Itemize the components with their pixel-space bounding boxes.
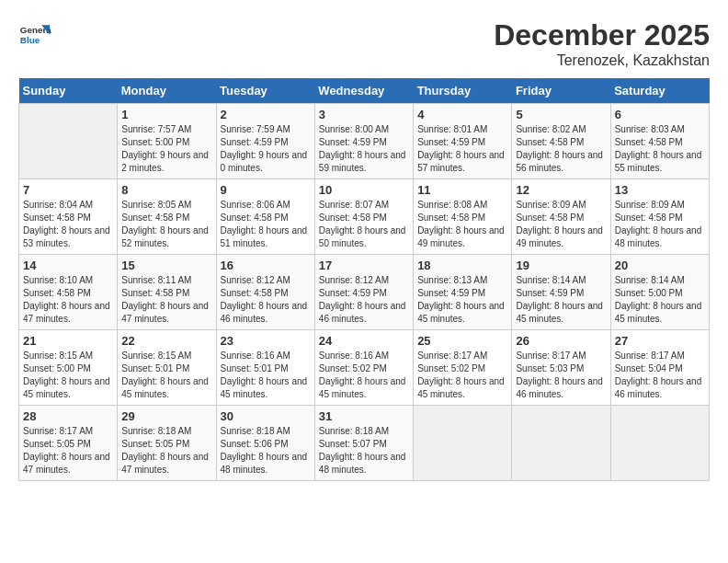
day-cell: 23Sunrise: 8:16 AMSunset: 5:01 PMDayligh… bbox=[216, 330, 314, 406]
day-cell: 15Sunrise: 8:11 AMSunset: 4:58 PMDayligh… bbox=[118, 255, 216, 330]
col-header-saturday: Saturday bbox=[610, 78, 709, 104]
day-cell: 29Sunrise: 8:18 AMSunset: 5:05 PMDayligh… bbox=[118, 406, 216, 481]
day-info: Sunrise: 8:15 AMSunset: 5:00 PMDaylight:… bbox=[23, 350, 113, 401]
day-cell: 21Sunrise: 8:15 AMSunset: 5:00 PMDayligh… bbox=[19, 330, 118, 406]
days-header-row: SundayMondayTuesdayWednesdayThursdayFrid… bbox=[19, 78, 710, 104]
day-info: Sunrise: 8:05 AMSunset: 4:58 PMDaylight:… bbox=[121, 199, 211, 250]
day-info: Sunrise: 8:17 AMSunset: 5:03 PMDaylight:… bbox=[516, 350, 606, 401]
logo: General Blue bbox=[18, 18, 55, 52]
day-cell: 1Sunrise: 7:57 AMSunset: 5:00 PMDaylight… bbox=[118, 104, 216, 179]
week-row-3: 14Sunrise: 8:10 AMSunset: 4:58 PMDayligh… bbox=[19, 255, 710, 330]
col-header-friday: Friday bbox=[512, 78, 610, 104]
day-info: Sunrise: 8:18 AMSunset: 5:05 PMDaylight:… bbox=[121, 425, 211, 477]
day-info: Sunrise: 8:09 AMSunset: 4:58 PMDaylight:… bbox=[516, 199, 606, 250]
day-cell: 14Sunrise: 8:10 AMSunset: 4:58 PMDayligh… bbox=[19, 255, 118, 330]
day-cell: 7Sunrise: 8:04 AMSunset: 4:58 PMDaylight… bbox=[19, 179, 118, 255]
day-info: Sunrise: 8:16 AMSunset: 5:01 PMDaylight:… bbox=[221, 350, 311, 401]
day-info: Sunrise: 7:59 AMSunset: 4:59 PMDaylight:… bbox=[221, 123, 311, 175]
day-cell: 12Sunrise: 8:09 AMSunset: 4:58 PMDayligh… bbox=[512, 179, 610, 255]
week-row-4: 21Sunrise: 8:15 AMSunset: 5:00 PMDayligh… bbox=[19, 330, 710, 406]
day-number: 10 bbox=[319, 183, 409, 197]
day-info: Sunrise: 8:11 AMSunset: 4:58 PMDaylight:… bbox=[121, 274, 211, 326]
day-info: Sunrise: 8:07 AMSunset: 4:58 PMDaylight:… bbox=[319, 199, 409, 250]
day-info: Sunrise: 8:04 AMSunset: 4:58 PMDaylight:… bbox=[23, 199, 113, 250]
day-number: 30 bbox=[221, 409, 311, 423]
day-number: 5 bbox=[516, 108, 606, 121]
day-number: 12 bbox=[516, 183, 606, 197]
day-number: 3 bbox=[319, 108, 409, 121]
day-number: 25 bbox=[417, 334, 507, 348]
col-header-sunday: Sunday bbox=[19, 78, 118, 104]
day-cell: 24Sunrise: 8:16 AMSunset: 5:02 PMDayligh… bbox=[314, 330, 413, 406]
day-number: 15 bbox=[121, 259, 211, 272]
day-number: 8 bbox=[121, 183, 211, 197]
day-info: Sunrise: 8:02 AMSunset: 4:58 PMDaylight:… bbox=[516, 123, 606, 175]
day-number: 19 bbox=[516, 259, 606, 272]
day-number: 6 bbox=[615, 108, 705, 121]
week-row-2: 7Sunrise: 8:04 AMSunset: 4:58 PMDaylight… bbox=[19, 179, 710, 255]
day-info: Sunrise: 8:01 AMSunset: 4:59 PMDaylight:… bbox=[417, 123, 507, 175]
day-info: Sunrise: 8:15 AMSunset: 5:01 PMDaylight:… bbox=[121, 350, 211, 401]
day-cell: 18Sunrise: 8:13 AMSunset: 4:59 PMDayligh… bbox=[414, 255, 512, 330]
day-cell: 27Sunrise: 8:17 AMSunset: 5:04 PMDayligh… bbox=[610, 330, 709, 406]
col-header-monday: Monday bbox=[118, 78, 216, 104]
day-number: 22 bbox=[121, 334, 211, 348]
day-cell: 5Sunrise: 8:02 AMSunset: 4:58 PMDaylight… bbox=[512, 104, 610, 179]
day-cell: 3Sunrise: 8:00 AMSunset: 4:59 PMDaylight… bbox=[314, 104, 413, 179]
day-number: 4 bbox=[417, 108, 507, 121]
day-info: Sunrise: 8:00 AMSunset: 4:59 PMDaylight:… bbox=[319, 123, 409, 175]
day-number: 16 bbox=[221, 259, 311, 272]
week-row-5: 28Sunrise: 8:17 AMSunset: 5:05 PMDayligh… bbox=[19, 406, 710, 481]
day-info: Sunrise: 8:16 AMSunset: 5:02 PMDaylight:… bbox=[319, 350, 409, 401]
title-block: December 2025 Terenozek, Kazakhstan bbox=[494, 18, 710, 69]
day-info: Sunrise: 8:08 AMSunset: 4:58 PMDaylight:… bbox=[417, 199, 507, 250]
day-number: 28 bbox=[23, 409, 113, 423]
day-cell: 26Sunrise: 8:17 AMSunset: 5:03 PMDayligh… bbox=[512, 330, 610, 406]
day-cell: 30Sunrise: 8:18 AMSunset: 5:06 PMDayligh… bbox=[216, 406, 314, 481]
day-cell: 4Sunrise: 8:01 AMSunset: 4:59 PMDaylight… bbox=[414, 104, 512, 179]
day-cell: 11Sunrise: 8:08 AMSunset: 4:58 PMDayligh… bbox=[414, 179, 512, 255]
col-header-thursday: Thursday bbox=[414, 78, 512, 104]
day-number: 14 bbox=[23, 259, 113, 272]
day-info: Sunrise: 8:17 AMSunset: 5:02 PMDaylight:… bbox=[417, 350, 507, 401]
day-info: Sunrise: 8:10 AMSunset: 4:58 PMDaylight:… bbox=[23, 274, 113, 326]
day-info: Sunrise: 8:12 AMSunset: 4:58 PMDaylight:… bbox=[221, 274, 311, 326]
day-info: Sunrise: 8:17 AMSunset: 5:04 PMDaylight:… bbox=[615, 350, 705, 401]
day-number: 13 bbox=[615, 183, 705, 197]
month-title: December 2025 bbox=[494, 18, 710, 52]
day-number: 26 bbox=[516, 334, 606, 348]
day-cell bbox=[19, 104, 118, 179]
day-number: 20 bbox=[615, 259, 705, 272]
location-title: Terenozek, Kazakhstan bbox=[494, 52, 710, 69]
day-number: 23 bbox=[221, 334, 311, 348]
calendar-table: SundayMondayTuesdayWednesdayThursdayFrid… bbox=[18, 78, 710, 481]
day-number: 17 bbox=[319, 259, 409, 272]
day-cell: 16Sunrise: 8:12 AMSunset: 4:58 PMDayligh… bbox=[216, 255, 314, 330]
day-info: Sunrise: 8:14 AMSunset: 4:59 PMDaylight:… bbox=[516, 274, 606, 326]
day-info: Sunrise: 8:13 AMSunset: 4:59 PMDaylight:… bbox=[417, 274, 507, 326]
day-info: Sunrise: 7:57 AMSunset: 5:00 PMDaylight:… bbox=[121, 123, 211, 175]
col-header-tuesday: Tuesday bbox=[216, 78, 314, 104]
day-info: Sunrise: 8:12 AMSunset: 4:59 PMDaylight:… bbox=[319, 274, 409, 326]
day-info: Sunrise: 8:06 AMSunset: 4:58 PMDaylight:… bbox=[221, 199, 311, 250]
day-info: Sunrise: 8:18 AMSunset: 5:07 PMDaylight:… bbox=[319, 425, 409, 477]
day-number: 1 bbox=[121, 108, 211, 121]
day-info: Sunrise: 8:09 AMSunset: 4:58 PMDaylight:… bbox=[615, 199, 705, 250]
day-info: Sunrise: 8:18 AMSunset: 5:06 PMDaylight:… bbox=[221, 425, 311, 477]
day-cell: 19Sunrise: 8:14 AMSunset: 4:59 PMDayligh… bbox=[512, 255, 610, 330]
day-number: 7 bbox=[23, 183, 113, 197]
day-cell: 13Sunrise: 8:09 AMSunset: 4:58 PMDayligh… bbox=[610, 179, 709, 255]
day-number: 31 bbox=[319, 409, 409, 423]
day-number: 27 bbox=[615, 334, 705, 348]
day-cell: 17Sunrise: 8:12 AMSunset: 4:59 PMDayligh… bbox=[314, 255, 413, 330]
day-number: 24 bbox=[319, 334, 409, 348]
day-cell: 8Sunrise: 8:05 AMSunset: 4:58 PMDaylight… bbox=[118, 179, 216, 255]
col-header-wednesday: Wednesday bbox=[314, 78, 413, 104]
day-cell: 28Sunrise: 8:17 AMSunset: 5:05 PMDayligh… bbox=[19, 406, 118, 481]
day-number: 9 bbox=[221, 183, 311, 197]
day-cell: 6Sunrise: 8:03 AMSunset: 4:58 PMDaylight… bbox=[610, 104, 709, 179]
logo-icon: General Blue bbox=[18, 18, 51, 52]
day-cell: 20Sunrise: 8:14 AMSunset: 5:00 PMDayligh… bbox=[610, 255, 709, 330]
day-info: Sunrise: 8:03 AMSunset: 4:58 PMDaylight:… bbox=[615, 123, 705, 175]
day-number: 11 bbox=[417, 183, 507, 197]
